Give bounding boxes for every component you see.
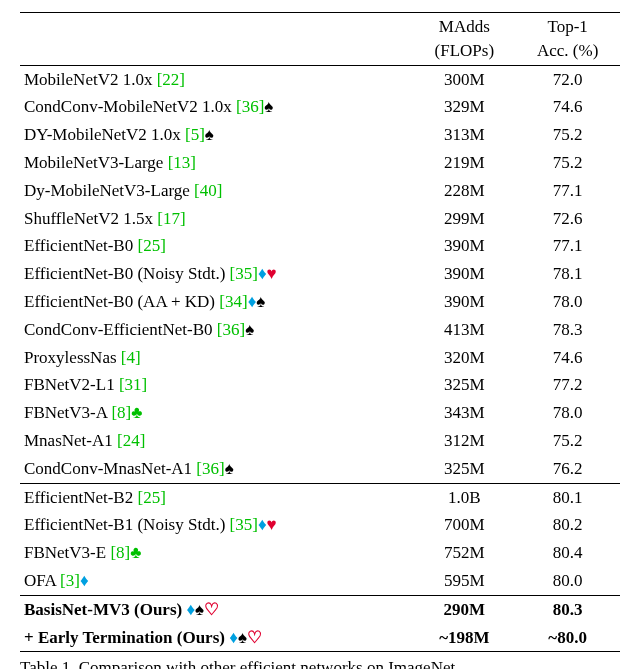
madds-cell: 320M bbox=[413, 344, 515, 372]
model-name-cell: MobileNetV3-Large [13] bbox=[20, 149, 413, 177]
table-row: CondConv-MobileNetV2 1.0x [36]♠329M74.6 bbox=[20, 93, 620, 121]
model-name-cell: EfficientNet-B2 [25] bbox=[20, 484, 413, 512]
table-row: Dy-MobileNetV3-Large [40]228M77.1 bbox=[20, 177, 620, 205]
citation: [31] bbox=[119, 375, 147, 394]
citation: [13] bbox=[168, 153, 196, 172]
table-row: EfficientNet-B0 [25]390M77.1 bbox=[20, 232, 620, 260]
accuracy-cell: 77.1 bbox=[515, 177, 620, 205]
citation: [22] bbox=[157, 70, 185, 89]
accuracy-cell: 74.6 bbox=[515, 93, 620, 121]
madds-cell: 313M bbox=[413, 121, 515, 149]
accuracy-cell: 76.2 bbox=[515, 455, 620, 483]
accuracy-cell: 78.0 bbox=[515, 399, 620, 427]
citation: [36] bbox=[236, 97, 264, 116]
citation: [24] bbox=[117, 431, 145, 450]
table-row: CondConv-MnasNet-A1 [36]♠325M76.2 bbox=[20, 455, 620, 483]
citation: [36] bbox=[217, 320, 245, 339]
header-acc: Top-1 Acc. (%) bbox=[515, 13, 620, 66]
citation: [35] bbox=[230, 264, 258, 283]
model-name-cell: BasisNet-MV3 (Ours) ♦♠♡ bbox=[20, 596, 413, 624]
model-name-cell: OFA [3]♦ bbox=[20, 567, 413, 595]
citation: [40] bbox=[194, 181, 222, 200]
spade-icon: ♠ bbox=[195, 600, 204, 619]
table-row: EfficientNet-B2 [25]1.0B80.1 bbox=[20, 484, 620, 512]
model-name-cell: ShuffleNetV2 1.5x [17] bbox=[20, 205, 413, 233]
heart-filled-icon: ♥ bbox=[267, 264, 277, 283]
citation: [4] bbox=[121, 348, 141, 367]
madds-cell: 343M bbox=[413, 399, 515, 427]
madds-cell: 700M bbox=[413, 511, 515, 539]
madds-cell: 390M bbox=[413, 260, 515, 288]
model-name-cell: CondConv-MnasNet-A1 [36]♠ bbox=[20, 455, 413, 483]
model-name-cell: MnasNet-A1 [24] bbox=[20, 427, 413, 455]
accuracy-cell: 78.3 bbox=[515, 316, 620, 344]
madds-cell: 325M bbox=[413, 371, 515, 399]
comparison-table: MAdds (FLOPs) Top-1 Acc. (%) MobileNetV2… bbox=[20, 12, 620, 652]
table-row: EfficientNet-B0 (AA + KD) [34]♦♠390M78.0 bbox=[20, 288, 620, 316]
diamond-icon: ♦ bbox=[186, 600, 195, 619]
accuracy-cell: 77.1 bbox=[515, 232, 620, 260]
table-row: EfficientNet-B0 (Noisy Stdt.) [35]♦♥390M… bbox=[20, 260, 620, 288]
citation: [3] bbox=[60, 571, 80, 590]
spade-icon: ♠ bbox=[264, 97, 273, 116]
madds-cell: 390M bbox=[413, 232, 515, 260]
madds-cell: 219M bbox=[413, 149, 515, 177]
diamond-icon: ♦ bbox=[80, 571, 89, 590]
table-row: MnasNet-A1 [24]312M75.2 bbox=[20, 427, 620, 455]
accuracy-cell: 75.2 bbox=[515, 149, 620, 177]
model-name-cell: DY-MobileNetV2 1.0x [5]♠ bbox=[20, 121, 413, 149]
header-empty bbox=[20, 13, 413, 66]
madds-cell: 595M bbox=[413, 567, 515, 595]
accuracy-cell: 75.2 bbox=[515, 427, 620, 455]
spade-icon: ♠ bbox=[245, 320, 254, 339]
spade-icon: ♠ bbox=[225, 459, 234, 478]
accuracy-cell: 78.1 bbox=[515, 260, 620, 288]
accuracy-cell: 72.6 bbox=[515, 205, 620, 233]
accuracy-cell: 72.0 bbox=[515, 66, 620, 94]
madds-cell: 325M bbox=[413, 455, 515, 483]
madds-cell: 1.0B bbox=[413, 484, 515, 512]
madds-cell: 752M bbox=[413, 539, 515, 567]
diamond-icon: ♦ bbox=[258, 264, 267, 283]
accuracy-cell: 80.0 bbox=[515, 567, 620, 595]
table-row: DY-MobileNetV2 1.0x [5]♠313M75.2 bbox=[20, 121, 620, 149]
model-name-cell: CondConv-MobileNetV2 1.0x [36]♠ bbox=[20, 93, 413, 121]
table-row: CondConv-EfficientNet-B0 [36]♠413M78.3 bbox=[20, 316, 620, 344]
citation: [25] bbox=[137, 236, 165, 255]
accuracy-cell: 80.1 bbox=[515, 484, 620, 512]
table-row: BasisNet-MV3 (Ours) ♦♠♡290M80.3 bbox=[20, 596, 620, 624]
heart-outline-icon: ♡ bbox=[204, 600, 219, 619]
citation: [25] bbox=[137, 488, 165, 507]
heart-outline-icon: ♡ bbox=[247, 628, 262, 647]
spade-icon: ♠ bbox=[205, 125, 214, 144]
heart-filled-icon: ♥ bbox=[267, 515, 277, 534]
model-name-cell: + Early Termination (Ours) ♦♠♡ bbox=[20, 624, 413, 652]
madds-cell: 390M bbox=[413, 288, 515, 316]
madds-cell: 329M bbox=[413, 93, 515, 121]
model-name-cell: FBNetV3-E [8]♣ bbox=[20, 539, 413, 567]
spade-icon: ♠ bbox=[238, 628, 247, 647]
table-row: FBNetV3-A [8]♣343M78.0 bbox=[20, 399, 620, 427]
madds-cell: 413M bbox=[413, 316, 515, 344]
accuracy-cell: 80.4 bbox=[515, 539, 620, 567]
table-row: MobileNetV3-Large [13]219M75.2 bbox=[20, 149, 620, 177]
citation: [34] bbox=[219, 292, 247, 311]
model-name-cell: EfficientNet-B0 [25] bbox=[20, 232, 413, 260]
madds-cell: 228M bbox=[413, 177, 515, 205]
table-row: FBNetV3-E [8]♣752M80.4 bbox=[20, 539, 620, 567]
diamond-icon: ♦ bbox=[248, 292, 257, 311]
club-icon: ♣ bbox=[130, 543, 141, 562]
model-name-cell: ProxylessNas [4] bbox=[20, 344, 413, 372]
madds-cell: 290M bbox=[413, 596, 515, 624]
accuracy-cell: 80.2 bbox=[515, 511, 620, 539]
table-row: ProxylessNas [4]320M74.6 bbox=[20, 344, 620, 372]
model-name-cell: FBNetV3-A [8]♣ bbox=[20, 399, 413, 427]
madds-cell: ~198M bbox=[413, 624, 515, 652]
accuracy-cell: 77.2 bbox=[515, 371, 620, 399]
model-name-cell: FBNetV2-L1 [31] bbox=[20, 371, 413, 399]
citation: [5] bbox=[185, 125, 205, 144]
madds-cell: 300M bbox=[413, 66, 515, 94]
table-row: FBNetV2-L1 [31]325M77.2 bbox=[20, 371, 620, 399]
spade-icon: ♠ bbox=[256, 292, 265, 311]
model-name-cell: MobileNetV2 1.0x [22] bbox=[20, 66, 413, 94]
